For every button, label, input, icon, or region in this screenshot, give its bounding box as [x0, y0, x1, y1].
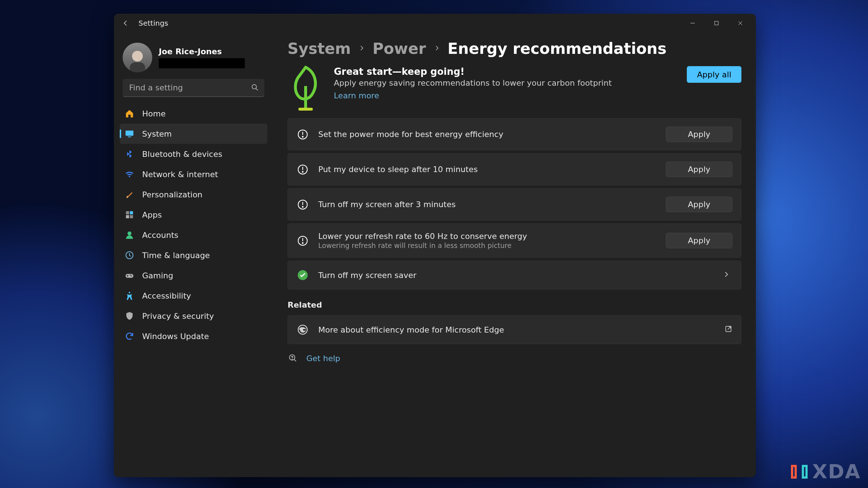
info-circle-icon [297, 235, 309, 247]
apps-icon [125, 210, 134, 219]
breadcrumb-system[interactable]: System [288, 40, 351, 57]
svg-point-27 [302, 171, 303, 172]
svg-point-4 [132, 51, 143, 62]
sidebar-item-home[interactable]: Home [120, 103, 267, 124]
hero-subtitle: Apply energy saving recommendations to l… [334, 78, 677, 87]
update-icon [125, 331, 134, 341]
minimize-button[interactable] [681, 14, 705, 33]
user-email-redacted [159, 58, 245, 68]
recommendation-card: Set the power mode for best energy effic… [288, 118, 741, 150]
xda-watermark-text: XDA [812, 460, 861, 483]
svg-rect-16 [125, 274, 133, 278]
svg-rect-1 [715, 21, 718, 25]
hero-title: Great start—keep going! [334, 66, 677, 77]
recommendation-card[interactable]: Turn off my screen saver [288, 261, 741, 290]
access-icon [125, 291, 134, 300]
svg-rect-12 [126, 215, 129, 218]
personal-icon [125, 190, 134, 199]
sidebar-item-gaming[interactable]: Gaming [120, 265, 267, 286]
search-input[interactable] [123, 79, 264, 97]
chevron-right-icon [358, 44, 365, 54]
wifi-icon [125, 170, 134, 179]
sidebar-item-wifi[interactable]: Network & internet [120, 164, 267, 184]
sidebar-item-privacy[interactable]: Privacy & security [120, 306, 267, 326]
help-icon [288, 354, 298, 363]
content-area: System Power Energy recommendations [273, 33, 756, 477]
apply-button[interactable]: Apply [666, 162, 732, 177]
sidebar-item-label: Gaming [142, 271, 173, 280]
sidebar-item-label: Network & internet [142, 170, 218, 179]
accounts-icon [125, 230, 134, 240]
sidebar-item-label: Privacy & security [142, 312, 214, 321]
svg-point-19 [129, 292, 130, 293]
sidebar-item-personal[interactable]: Personalization [120, 184, 267, 205]
info-circle-icon [297, 163, 309, 176]
window-title: Settings [139, 19, 168, 27]
sidebar-item-system[interactable]: System [120, 124, 267, 144]
sidebar-item-label: Personalization [142, 190, 203, 199]
breadcrumb-power[interactable]: Power [373, 40, 426, 57]
apply-button[interactable]: Apply [666, 127, 732, 142]
sidebar-item-label: Accessibility [142, 291, 191, 300]
minimize-icon [690, 20, 695, 26]
svg-point-30 [302, 206, 303, 207]
get-help-link[interactable]: Get help [306, 354, 340, 363]
sidebar-item-label: Accounts [142, 231, 178, 240]
xda-watermark: XDA [789, 460, 861, 483]
recommendation-list: Set the power mode for best energy effic… [288, 118, 741, 290]
card-title: Turn off my screen saver [318, 271, 711, 280]
related-item[interactable]: More about efficiency mode for Microsoft… [288, 315, 741, 344]
related-list: More about efficiency mode for Microsoft… [288, 315, 741, 344]
user-name: Joe Rice-Jones [159, 47, 245, 56]
info-circle-icon [297, 198, 309, 211]
svg-line-7 [256, 89, 258, 90]
svg-point-33 [302, 243, 303, 244]
back-arrow-icon [122, 19, 129, 27]
card-title: Lower your refresh rate to 60 Hz to cons… [318, 232, 656, 241]
svg-point-24 [302, 136, 303, 137]
close-icon [737, 20, 743, 26]
back-button[interactable] [118, 15, 133, 31]
sidebar-item-update[interactable]: Windows Update [120, 326, 267, 346]
edge-icon [297, 324, 309, 336]
sidebar: Joe Rice-Jones HomeSystemBluetooth & dev… [114, 33, 273, 477]
svg-rect-11 [130, 211, 133, 214]
svg-rect-5 [130, 62, 145, 72]
close-button[interactable] [728, 14, 752, 33]
sidebar-item-time[interactable]: Time & language [120, 245, 267, 265]
nav-list: HomeSystemBluetooth & devicesNetwork & i… [118, 103, 269, 346]
apply-button[interactable]: Apply [666, 233, 732, 248]
sidebar-item-bt[interactable]: Bluetooth & devices [120, 144, 267, 164]
svg-rect-13 [130, 215, 133, 218]
maximize-button[interactable] [705, 14, 728, 33]
sidebar-item-apps[interactable]: Apps [120, 205, 267, 225]
time-icon [125, 251, 134, 260]
chevron-right-icon [720, 270, 732, 280]
svg-point-18 [130, 275, 131, 276]
sidebar-item-label: Time & language [142, 251, 210, 260]
svg-rect-9 [128, 137, 131, 137]
sidebar-item-label: Windows Update [142, 332, 209, 341]
recommendation-card: Turn off my screen after 3 minutesApply [288, 188, 741, 221]
user-account-row[interactable]: Joe Rice-Jones [118, 39, 269, 79]
svg-point-38 [292, 359, 292, 360]
external-link-icon [724, 325, 732, 334]
gaming-icon [125, 271, 134, 280]
bt-icon [125, 149, 134, 159]
card-title: Set the power mode for best energy effic… [318, 130, 656, 139]
apply-all-button[interactable]: Apply all [687, 66, 741, 83]
sidebar-item-access[interactable]: Accessibility [120, 286, 267, 306]
search-icon [251, 83, 259, 93]
breadcrumb: System Power Energy recommendations [288, 40, 741, 57]
sidebar-item-label: Apps [142, 210, 162, 219]
svg-point-6 [252, 85, 256, 89]
learn-more-link[interactable]: Learn more [334, 91, 677, 100]
sidebar-item-accounts[interactable]: Accounts [120, 225, 267, 245]
svg-rect-8 [125, 130, 133, 136]
avatar [123, 43, 152, 72]
sidebar-item-label: Home [142, 109, 166, 118]
svg-point-14 [128, 231, 132, 235]
svg-point-17 [131, 275, 132, 277]
breadcrumb-current: Energy recommendations [448, 40, 667, 57]
apply-button[interactable]: Apply [666, 197, 732, 212]
